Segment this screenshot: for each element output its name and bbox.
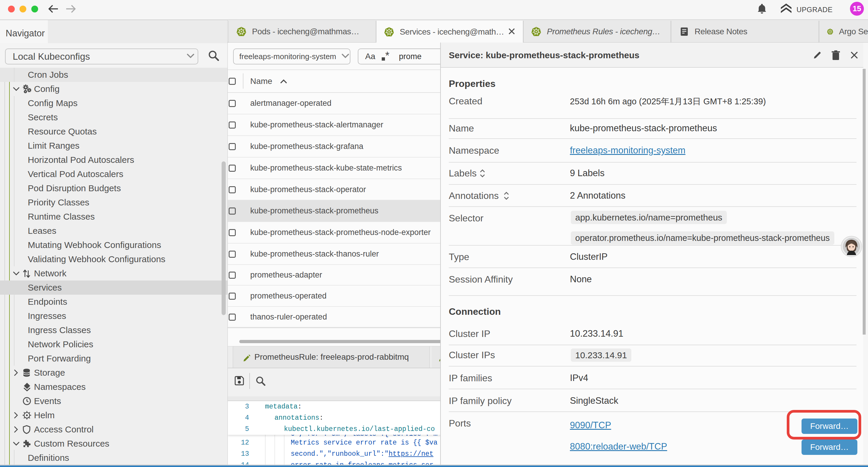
svg-text:*: * xyxy=(385,52,390,61)
